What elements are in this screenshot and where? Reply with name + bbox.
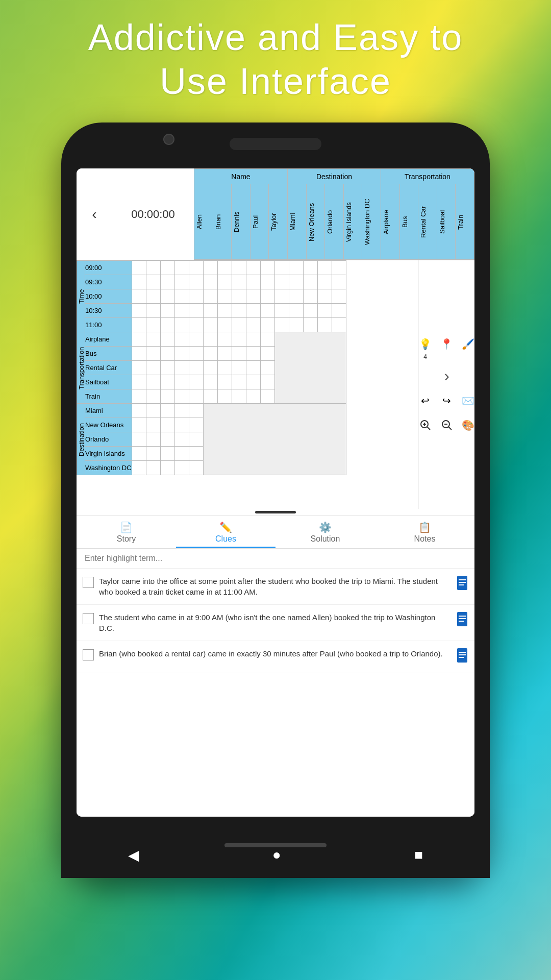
cell[interactable] [246,275,260,289]
cell[interactable] [189,261,203,275]
cell[interactable] [203,332,217,347]
cell[interactable] [232,389,246,404]
cell[interactable] [189,332,203,347]
cell[interactable] [232,304,246,318]
cell[interactable] [146,318,160,332]
cell[interactable] [174,361,189,375]
cell[interactable] [174,332,189,347]
cell[interactable] [260,389,274,404]
back-button[interactable]: ‹ [77,168,112,260]
zoom-out-button[interactable] [438,416,456,434]
cell[interactable] [132,375,146,389]
cell[interactable] [146,375,160,389]
hint-button[interactable]: 💡 [416,335,435,353]
clue-doc-icon-2[interactable] [456,612,468,629]
cell[interactable] [132,261,146,275]
cell[interactable] [189,304,203,318]
cell[interactable] [274,304,289,318]
cell[interactable] [160,432,174,447]
cell[interactable] [217,289,232,304]
cell[interactable] [132,332,146,347]
tab-clues[interactable]: ✏️ Clues [176,516,276,548]
clue-doc-icon-3[interactable] [456,648,468,666]
nav-home-button[interactable]: ● [272,847,281,863]
cell[interactable] [160,418,174,432]
cell[interactable] [132,304,146,318]
cell[interactable] [189,275,203,289]
cell[interactable] [189,447,203,461]
cell[interactable] [332,318,346,332]
cell[interactable] [260,304,274,318]
cell[interactable] [160,404,174,418]
cell[interactable] [160,332,174,347]
cell[interactable] [146,461,160,475]
cell[interactable] [146,432,160,447]
cell[interactable] [232,261,246,275]
cell[interactable] [289,261,303,275]
cell[interactable] [146,304,160,318]
cell[interactable] [332,275,346,289]
cell[interactable] [189,461,203,475]
cell[interactable] [289,304,303,318]
cell[interactable] [146,261,160,275]
cell[interactable] [274,318,289,332]
cell[interactable] [303,261,317,275]
cell[interactable] [260,375,274,389]
location-button[interactable]: 📍 [438,335,456,353]
cell[interactable] [203,304,217,318]
clue-checkbox-2[interactable] [83,613,94,624]
cell[interactable] [260,289,274,304]
cell[interactable] [146,289,160,304]
tab-notes[interactable]: 📋 Notes [375,516,474,548]
cell[interactable] [217,318,232,332]
tab-story[interactable]: 📄 Story [77,516,176,548]
cell[interactable] [246,389,260,404]
cell[interactable] [217,261,232,275]
cell[interactable] [260,361,274,375]
cell[interactable] [132,418,146,432]
cell[interactable] [246,261,260,275]
cell[interactable] [232,361,246,375]
cell[interactable] [260,318,274,332]
cell[interactable] [132,347,146,361]
cell[interactable] [332,261,346,275]
cell[interactable] [189,375,203,389]
cell[interactable] [132,389,146,404]
cell[interactable] [160,289,174,304]
cell[interactable] [203,347,217,361]
cell[interactable] [174,275,189,289]
cell[interactable] [332,304,346,318]
tab-solution[interactable]: ⚙️ Solution [276,516,375,548]
cell[interactable] [260,261,274,275]
cell[interactable] [160,375,174,389]
cell[interactable] [246,318,260,332]
cell[interactable] [174,447,189,461]
puzzle-main[interactable]: Time 09:00 09:30 [77,260,418,509]
cell[interactable] [303,275,317,289]
cell[interactable] [203,289,217,304]
cell[interactable] [289,275,303,289]
cell[interactable] [174,304,189,318]
cell[interactable] [332,289,346,304]
cell[interactable] [160,447,174,461]
cell[interactable] [174,389,189,404]
cell[interactable] [132,461,146,475]
cell[interactable] [189,347,203,361]
cell[interactable] [132,404,146,418]
cell[interactable] [132,289,146,304]
cell[interactable] [160,261,174,275]
cell[interactable] [232,332,246,347]
nav-recents-button[interactable]: ■ [414,847,423,863]
cell[interactable] [217,375,232,389]
cell[interactable] [160,361,174,375]
cell[interactable] [289,289,303,304]
cell[interactable] [246,332,260,347]
cell[interactable] [174,375,189,389]
cell[interactable] [146,389,160,404]
undo-button[interactable]: ↩ [416,391,435,410]
cell[interactable] [217,304,232,318]
cell[interactable] [217,275,232,289]
cell[interactable] [174,461,189,475]
cell[interactable] [232,375,246,389]
cell[interactable] [160,275,174,289]
